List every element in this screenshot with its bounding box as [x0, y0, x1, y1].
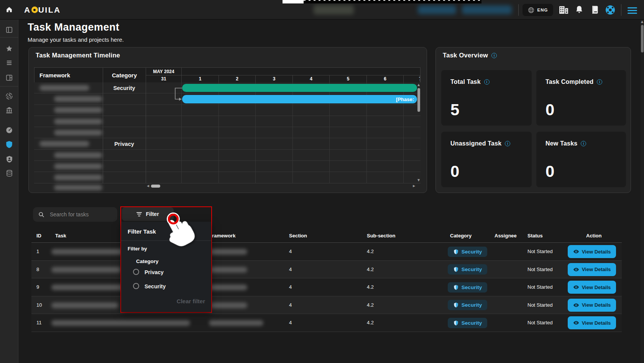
gantt-hscroll-thumb[interactable] [151, 185, 160, 188]
info-icon[interactable]: i [491, 53, 497, 58]
view-details-button[interactable]: View Details [568, 245, 616, 258]
page-scroll-thumb[interactable] [641, 25, 644, 52]
gantt-month-header: MAY 2024 [146, 67, 182, 75]
table-row[interactable]: 8 4 4.2 Security Not Started View Detail… [31, 261, 622, 279]
list-icon [6, 59, 13, 66]
company-icon [559, 5, 569, 15]
radio-security[interactable] [133, 283, 139, 289]
col-header-category: Category [450, 233, 472, 239]
eye-icon [573, 249, 579, 255]
page-title: Task Management [28, 21, 120, 33]
notifications-button[interactable] [575, 5, 583, 16]
view-details-button[interactable]: View Details [568, 281, 616, 294]
scroll-up-arrow-icon[interactable]: ▲ [417, 83, 420, 87]
company-button[interactable] [559, 5, 569, 16]
help-button[interactable] [605, 5, 616, 17]
gantt-vscroll-thumb[interactable] [417, 88, 420, 112]
overview-title: Task Overview [443, 52, 488, 59]
day-3: 3 [256, 75, 293, 82]
redacted-framework [209, 320, 263, 326]
radio-privacy-label[interactable]: Privacy [145, 269, 164, 275]
col-header-task: Task [55, 233, 66, 239]
shield-badge-icon [453, 320, 459, 326]
sidebar-item-security-active[interactable] [5, 141, 13, 148]
card-value: 0 [545, 162, 554, 181]
info-icon[interactable]: i [581, 141, 586, 146]
sidebar-item-dashboard[interactable] [5, 126, 13, 134]
filter-group-category: Category [136, 258, 159, 264]
sidebar-item-layout[interactable] [5, 74, 13, 82]
docs-button[interactable] [590, 5, 600, 16]
shield-badge-icon [453, 267, 459, 272]
table-row[interactable]: 10 4 4.2 Security Not Started View Detai… [31, 296, 622, 314]
cell-id: 11 [36, 314, 42, 332]
page-scrollbar[interactable]: ▲ [641, 20, 644, 363]
redacted-framework [209, 267, 247, 273]
card-value: 0 [450, 162, 459, 181]
cell-section: 4 [289, 261, 292, 278]
info-icon[interactable]: i [484, 79, 490, 85]
filter-button-label: Filter [146, 211, 159, 217]
redacted-task-name [51, 302, 118, 308]
menu-icon [628, 7, 637, 9]
menu-button[interactable] [628, 6, 637, 15]
view-details-button[interactable]: View Details [568, 263, 616, 276]
logo-text-suffix: UILA [38, 5, 61, 15]
gantt-framework-header: Framework [34, 67, 103, 83]
info-icon[interactable]: i [505, 141, 510, 146]
day-31: 31 [146, 75, 182, 82]
col-header-status: Status [527, 233, 543, 239]
cell-section: 4 [289, 296, 292, 314]
scroll-right-arrow-icon[interactable]: ▶ [413, 185, 415, 188]
gantt-horizontal-scrollbar[interactable]: ◀ ▶ [146, 184, 417, 188]
gantt-bar-phase[interactable]: [Phase: [182, 95, 417, 103]
view-details-button[interactable]: View Details [568, 316, 616, 329]
sidebar-item-panel[interactable] [5, 26, 13, 34]
filter-button[interactable]: Filter [122, 207, 174, 221]
cell-status: Not Started [527, 243, 553, 260]
scroll-left-arrow-icon[interactable]: ◀ [147, 185, 149, 188]
card-value: 5 [450, 101, 459, 119]
radio-security-label[interactable]: Security [145, 283, 166, 289]
category-badge-label: Security [462, 285, 482, 290]
task-search[interactable] [33, 207, 117, 222]
category-badge: Security [448, 264, 487, 275]
page-scroll-up-icon[interactable]: ▲ [641, 20, 643, 23]
sidebar-item-radar[interactable] [5, 92, 13, 100]
info-icon[interactable]: i [597, 79, 602, 85]
category-badge-label: Security [462, 320, 482, 326]
view-details-label: View Details [582, 267, 611, 272]
sidebar-item-list[interactable] [5, 59, 13, 67]
table-row[interactable]: 1 4 4.2 Security Not Started View Detail… [31, 243, 622, 261]
language-selector[interactable]: ENG [522, 4, 553, 16]
view-details-button[interactable]: View Details [568, 299, 616, 312]
category-badge: Security [448, 318, 487, 328]
bank-icon [5, 106, 13, 114]
redacted-phase-name [54, 96, 102, 102]
sidebar-item-favorites[interactable] [5, 45, 13, 52]
search-icon [38, 211, 44, 218]
timeline-panel: Task Management Timeline Framework Categ… [28, 47, 427, 193]
shield-icon [5, 141, 13, 148]
eye-icon [573, 320, 579, 326]
scroll-down-arrow-icon[interactable]: ▼ [417, 179, 420, 182]
cell-subsection: 4.2 [367, 278, 374, 296]
app-root: AUILA ENG [0, 0, 644, 363]
sidebar-item-admin[interactable] [5, 155, 13, 163]
home-button[interactable] [0, 0, 18, 19]
table-row[interactable]: 11 4 4.2 Security Not Started View Detai… [31, 314, 622, 332]
clear-filter-button[interactable]: Clear filter [153, 298, 205, 304]
eye-icon [573, 267, 579, 273]
day-4: 4 [293, 75, 330, 82]
sidebar-item-institution[interactable] [5, 106, 13, 114]
star-icon [6, 45, 13, 52]
table-row[interactable]: 9 4 4.2 Security Not Started View Detail… [31, 278, 622, 296]
sidebar-item-data[interactable] [5, 169, 13, 177]
search-input[interactable] [49, 211, 112, 218]
radio-privacy[interactable] [133, 269, 139, 275]
gantt-bar-security[interactable] [182, 84, 417, 92]
navbar-divider [518, 4, 519, 16]
day-1: 1 [182, 75, 219, 82]
gauge-icon [5, 126, 13, 134]
gantt-vertical-scrollbar[interactable]: ▲ ▼ [417, 83, 421, 183]
